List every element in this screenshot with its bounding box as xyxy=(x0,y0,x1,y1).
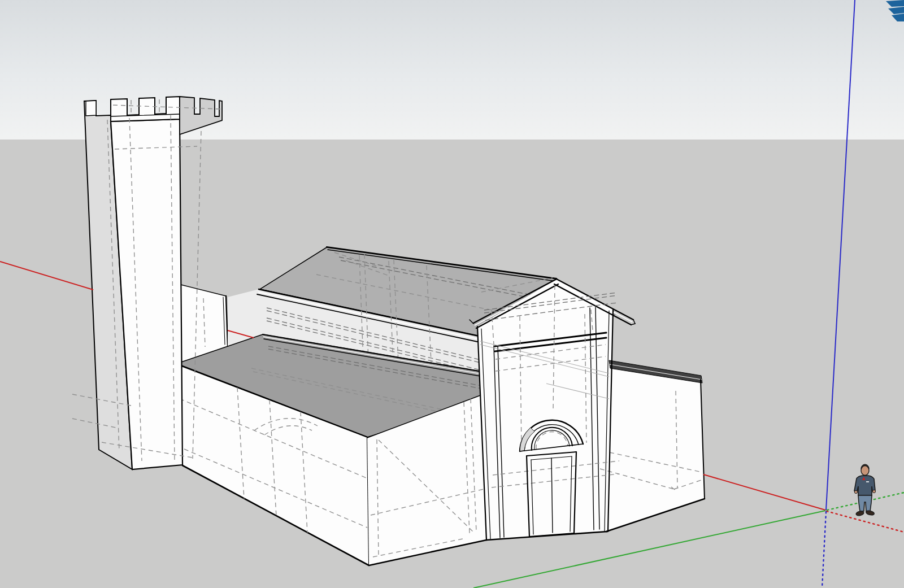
modeling-viewport[interactable] xyxy=(0,0,904,588)
